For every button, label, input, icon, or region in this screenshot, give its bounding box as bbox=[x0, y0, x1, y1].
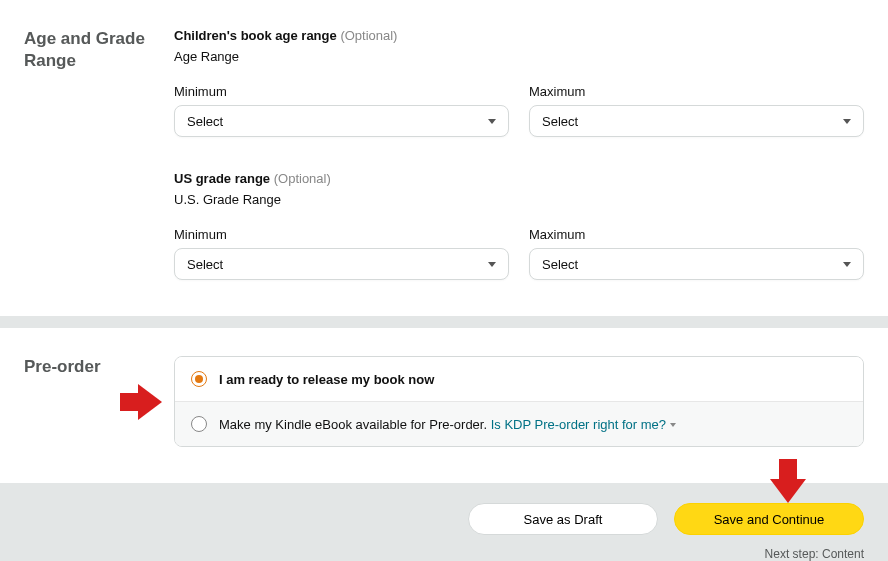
save-continue-button[interactable]: Save and Continue bbox=[674, 503, 864, 535]
section-heading-age-grade: Age and Grade Range bbox=[24, 28, 174, 72]
preorder-option-preorder-label: Make my Kindle eBook available for Pre-o… bbox=[219, 417, 487, 432]
annotation-arrow-icon bbox=[770, 479, 806, 503]
grade-range-optional: (Optional) bbox=[274, 171, 331, 186]
grade-range-subtitle: U.S. Grade Range bbox=[174, 192, 864, 207]
save-draft-button[interactable]: Save as Draft bbox=[468, 503, 658, 535]
preorder-option-preorder[interactable]: Make my Kindle eBook available for Pre-o… bbox=[175, 401, 863, 446]
radio-icon bbox=[191, 371, 207, 387]
grade-max-value: Select bbox=[542, 257, 578, 272]
preorder-option-release-now-label: I am ready to release my book now bbox=[219, 372, 434, 387]
age-range-title: Children's book age range bbox=[174, 28, 337, 43]
grade-min-select[interactable]: Select bbox=[174, 248, 509, 280]
preorder-learn-more-link[interactable]: Is KDP Pre-order right for me? bbox=[491, 417, 666, 432]
age-max-select[interactable]: Select bbox=[529, 105, 864, 137]
age-range-subtitle: Age Range bbox=[174, 49, 864, 64]
chevron-down-icon bbox=[843, 262, 851, 267]
grade-max-select[interactable]: Select bbox=[529, 248, 864, 280]
radio-icon bbox=[191, 416, 207, 432]
age-min-label: Minimum bbox=[174, 84, 509, 99]
chevron-down-icon bbox=[488, 119, 496, 124]
next-step-hint: Next step: Content bbox=[0, 547, 888, 561]
grade-min-value: Select bbox=[187, 257, 223, 272]
age-max-value: Select bbox=[542, 114, 578, 129]
chevron-down-icon bbox=[843, 119, 851, 124]
grade-min-label: Minimum bbox=[174, 227, 509, 242]
grade-range-title: US grade range bbox=[174, 171, 270, 186]
age-min-value: Select bbox=[187, 114, 223, 129]
age-max-label: Maximum bbox=[529, 84, 864, 99]
section-heading-preorder: Pre-order bbox=[24, 356, 174, 378]
chevron-down-icon bbox=[488, 262, 496, 267]
chevron-down-icon bbox=[670, 423, 676, 427]
annotation-arrow-icon bbox=[138, 384, 162, 420]
age-range-optional: (Optional) bbox=[340, 28, 397, 43]
preorder-option-release-now[interactable]: I am ready to release my book now bbox=[175, 357, 863, 401]
grade-max-label: Maximum bbox=[529, 227, 864, 242]
age-min-select[interactable]: Select bbox=[174, 105, 509, 137]
